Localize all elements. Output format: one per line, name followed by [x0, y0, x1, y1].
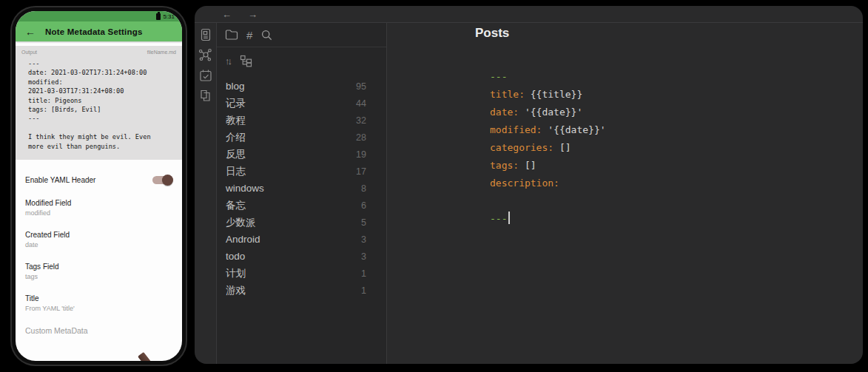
- tag-name: 教程: [226, 114, 356, 127]
- editor-line: tags: []: [490, 157, 863, 175]
- tag-count: 3: [361, 251, 366, 262]
- yaml-header-toggle[interactable]: [152, 176, 172, 184]
- tag-row[interactable]: blog95: [217, 78, 386, 95]
- calendar-check-icon[interactable]: [199, 69, 212, 82]
- tag-count: 44: [356, 98, 366, 109]
- sidebar-sort-toolbar: ↑↓: [217, 47, 386, 74]
- tag-count: 8: [361, 183, 366, 194]
- editor-line: [490, 192, 863, 210]
- tag-row[interactable]: 记录44: [217, 95, 386, 112]
- editor-line: ---: [490, 210, 863, 228]
- tag-row[interactable]: Android3: [217, 231, 386, 248]
- phone-status-bar: 5:31: [16, 11, 182, 21]
- tag-row[interactable]: todo3: [217, 248, 386, 265]
- phone-screen: 5:31 ← Note Metadata Settings Output fil…: [16, 11, 182, 361]
- tag-count: 32: [356, 115, 366, 126]
- tag-row[interactable]: 游戏1: [217, 282, 386, 299]
- tag-hash-icon[interactable]: #: [246, 29, 252, 41]
- tag-name: 日志: [226, 165, 356, 178]
- tag-name: 介绍: [226, 131, 356, 144]
- tag-name: Android: [226, 234, 361, 245]
- setting-field[interactable]: Tags Fieldtags: [25, 263, 172, 280]
- editor-line: modified: '{{date}}': [490, 121, 863, 139]
- graph-view-icon[interactable]: [198, 48, 212, 62]
- tag-name: windows: [226, 183, 361, 194]
- setting-field-value: modified: [25, 209, 172, 217]
- tag-row[interactable]: 介绍28: [217, 129, 386, 146]
- tag-row[interactable]: 计划1: [217, 265, 386, 282]
- back-arrow-icon[interactable]: ←: [25, 26, 36, 38]
- setting-field-label: Title: [25, 294, 172, 302]
- editor-line: categories: []: [490, 139, 863, 157]
- tag-name: 反思: [226, 148, 356, 161]
- tag-row[interactable]: 反思19: [217, 146, 386, 163]
- phone-device-frame: 5:31 ← Note Metadata Settings Output fil…: [10, 6, 187, 366]
- tag-list: blog95记录44教程32介绍28反思19日志17windows8备忘6少数派…: [217, 74, 386, 364]
- journal-icon[interactable]: [199, 28, 212, 41]
- copy-files-icon[interactable]: [199, 89, 212, 102]
- yaml-output-preview: Output fileName.md --- date: 2021-03-02T…: [16, 46, 182, 160]
- tag-count: 17: [356, 166, 366, 177]
- tag-count: 95: [356, 81, 366, 92]
- tag-row[interactable]: 少数派5: [217, 214, 386, 231]
- setting-field-value: tags: [25, 273, 172, 280]
- tag-count: 5: [361, 217, 366, 228]
- yaml-preview-code: --- date: 2021-03-02T17:31:24+08:00 modi…: [21, 59, 176, 151]
- tag-row[interactable]: windows8: [217, 180, 386, 197]
- tag-row[interactable]: 备忘6: [217, 197, 386, 214]
- setting-field-value: From YAML 'title': [25, 305, 172, 312]
- setting-field[interactable]: TitleFrom YAML 'title': [25, 294, 172, 312]
- tag-count: 6: [361, 200, 366, 211]
- tag-count: 3: [361, 234, 366, 245]
- setting-field[interactable]: Modified Fieldmodified: [25, 199, 172, 217]
- tags-sidebar: # ↑↓ bl: [217, 23, 387, 364]
- tag-count: 19: [356, 149, 366, 160]
- setting-field[interactable]: Created Fielddate: [25, 231, 172, 248]
- editor-pane[interactable]: Posts ---title: {{title}}date: '{{date}}…: [387, 23, 863, 364]
- tag-name: 计划: [226, 267, 361, 280]
- note-title: Posts: [475, 26, 863, 41]
- tag-count: 1: [361, 268, 366, 279]
- tag-name: 备忘: [226, 199, 361, 212]
- filename-label: fileName.md: [147, 50, 176, 55]
- search-icon[interactable]: [260, 29, 273, 41]
- tag-name: 少数派: [226, 216, 361, 229]
- enable-yaml-header-row[interactable]: Enable YAML Header: [25, 176, 172, 184]
- tag-name: 记录: [226, 97, 356, 110]
- editor-line: description:: [490, 175, 863, 192]
- sidebar-mode-toolbar: #: [217, 23, 386, 47]
- setting-field-label: Modified Field: [25, 199, 172, 207]
- battery-icon: [156, 13, 161, 20]
- tag-row[interactable]: 日志17: [217, 163, 386, 180]
- left-icon-rail: [195, 23, 217, 364]
- metadata-settings-list: Enable YAML Header Modified Fieldmodifie…: [16, 160, 182, 361]
- pencil-graphic: Pa: [138, 352, 176, 361]
- folder-icon[interactable]: [225, 28, 238, 41]
- page-title: Note Metadata Settings: [45, 27, 143, 36]
- tag-name: 游戏: [226, 284, 361, 297]
- setting-field-value: date: [25, 241, 172, 248]
- window-top-bar: ← →: [195, 6, 863, 23]
- tag-name: blog: [226, 81, 356, 92]
- text-cursor: [508, 212, 510, 224]
- sort-icon[interactable]: ↑↓: [225, 55, 230, 67]
- editor-line: title: {{title}}: [490, 86, 863, 104]
- editor-line: date: '{{date}}': [490, 104, 863, 121]
- toggle-label: Enable YAML Header: [25, 176, 95, 184]
- custom-metadata-field[interactable]: Custom MetaData: [25, 326, 172, 335]
- tag-name: todo: [226, 251, 361, 262]
- tag-count: 1: [361, 285, 366, 296]
- nav-forward-button[interactable]: →: [248, 9, 258, 20]
- tag-count: 28: [356, 132, 366, 143]
- tag-row[interactable]: 教程32: [217, 112, 386, 129]
- hierarchy-icon[interactable]: [240, 55, 252, 67]
- output-label: Output: [21, 50, 37, 55]
- setting-field-label: Created Field: [25, 231, 172, 239]
- editor-content[interactable]: ---title: {{title}}date: '{{date}}'modif…: [490, 68, 863, 228]
- setting-field-label: Tags Field: [25, 263, 172, 271]
- phone-app-bar: ← Note Metadata Settings: [16, 21, 182, 41]
- nav-back-button[interactable]: ←: [222, 9, 232, 20]
- editor-line: ---: [490, 68, 863, 86]
- notes-app-window: ← →: [195, 6, 863, 364]
- status-time: 5:31: [163, 13, 175, 20]
